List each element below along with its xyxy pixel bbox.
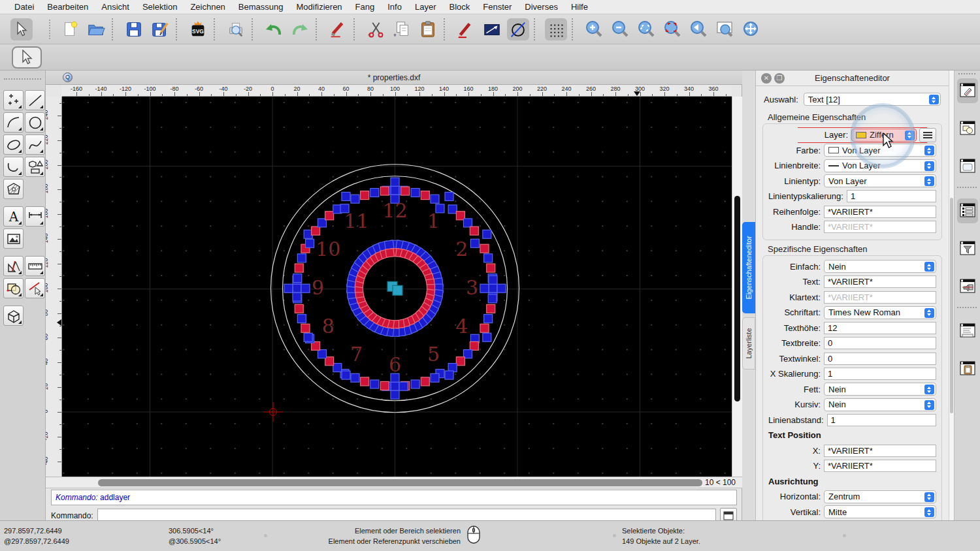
undo-button[interactable] <box>263 18 285 40</box>
field-select-fett[interactable]: Nein <box>824 383 936 396</box>
field-select-farbe[interactable]: Von Layer <box>824 144 936 157</box>
ellipse-tool[interactable] <box>3 134 24 155</box>
zoom-window-button[interactable] <box>713 18 736 40</box>
clipboard-panel-toggle-button[interactable] <box>957 356 978 381</box>
toolbar-drag-handle[interactable] <box>49 20 54 39</box>
draw-pencil-button[interactable] <box>455 18 477 40</box>
cad-tools-tool[interactable] <box>3 256 24 276</box>
property-editor-toggle-button[interactable] <box>957 78 978 103</box>
pan-view-button[interactable] <box>740 18 762 40</box>
drawing-canvas[interactable]: 123456789101112 <box>62 97 732 477</box>
close-icon[interactable]: ✕ <box>761 73 772 84</box>
command-history-toggle-button[interactable] <box>957 319 978 343</box>
menu-diverses[interactable]: Diverses <box>518 0 564 14</box>
menu-hilfe[interactable]: Hilfe <box>564 0 595 14</box>
menu-layer[interactable]: Layer <box>408 0 443 14</box>
new-file-button[interactable] <box>59 18 81 40</box>
zoom-out-button[interactable] <box>609 18 631 40</box>
shapes-tool[interactable] <box>25 157 45 177</box>
library-browser-toggle-button[interactable] <box>957 154 978 179</box>
print-preview-button[interactable] <box>225 18 247 40</box>
block-list-toggle-button[interactable] <box>957 116 978 141</box>
menu-bemassung[interactable]: Bemassung <box>232 0 290 14</box>
undock-icon[interactable]: ❐ <box>774 73 785 84</box>
measure-ruler-tool[interactable] <box>25 256 45 276</box>
menu-bearbeiten[interactable]: Bearbeiten <box>41 0 95 14</box>
field-select-kursiv[interactable]: Nein <box>824 398 936 411</box>
spline-tool[interactable] <box>25 134 45 155</box>
save-file-button[interactable] <box>123 18 145 40</box>
field-input-linienabstand[interactable]: 1 <box>827 414 936 426</box>
distance-tool-button[interactable] <box>481 18 503 40</box>
field-input-x[interactable]: *VARIIERT* <box>824 445 936 457</box>
redo-button[interactable] <box>289 18 311 40</box>
menu-selektion[interactable]: Selektion <box>136 0 184 14</box>
field-input-text[interactable]: *VARIIERT* <box>824 276 936 288</box>
selection-dropdown[interactable]: Text [12] <box>804 93 941 106</box>
layer-menu-button[interactable] <box>919 128 936 142</box>
horizontal-scrollbar-thumb[interactable] <box>98 479 702 486</box>
polyline-tool[interactable] <box>3 157 24 177</box>
menu-fenster[interactable]: Fenster <box>476 0 518 14</box>
arrow-tool-button[interactable] <box>10 18 33 40</box>
panel-scrollbar-thumb[interactable] <box>950 198 953 413</box>
delete-eraser-button[interactable] <box>327 18 349 40</box>
menu-datei[interactable]: Datei <box>8 0 41 14</box>
reference-manager-toggle-button[interactable] <box>957 274 978 299</box>
dock-tab-layerliste[interactable]: Layerliste <box>742 317 755 370</box>
field-select-einfach[interactable]: Nein <box>824 260 936 273</box>
menu-fang[interactable]: Fang <box>349 0 382 14</box>
field-select-schriftart[interactable]: Times New Roman <box>824 306 936 319</box>
zoom-previous-button[interactable] <box>687 18 710 40</box>
circle-tool[interactable] <box>25 112 45 133</box>
paste-button[interactable] <box>417 18 439 40</box>
line-tool[interactable] <box>25 90 45 110</box>
field-input-texthöhe[interactable]: 12 <box>824 322 936 334</box>
field-select-vertikal[interactable]: Mitte <box>824 505 936 518</box>
vertical-scrollbar-thumb[interactable] <box>734 196 740 401</box>
field-select-horizontal[interactable]: Zentrum <box>824 490 936 503</box>
field-select-linientyp[interactable]: Von Layer <box>824 174 936 187</box>
selection-tool-button[interactable] <box>12 46 42 69</box>
hatch-tool[interactable] <box>3 179 24 199</box>
menu-modifizieren[interactable]: Modifizieren <box>290 0 349 14</box>
panel-scrollbar[interactable] <box>949 71 954 520</box>
solid-box-tool[interactable] <box>3 306 24 326</box>
selection-filter-toggle-button[interactable] <box>957 236 978 261</box>
text-tool[interactable]: A <box>3 206 24 227</box>
zoom-selection-button[interactable] <box>661 18 683 40</box>
circle-diagonal-button[interactable] <box>507 18 529 40</box>
field-input-klartext[interactable]: *VARIIERT* <box>824 291 936 304</box>
grid-toggle-button[interactable] <box>545 18 567 40</box>
vertical-scrollbar[interactable] <box>732 97 742 477</box>
field-select-layer[interactable]: Ziffern <box>851 129 917 142</box>
copy-button[interactable]: + <box>391 18 413 40</box>
field-select-linienbreite[interactable]: Von Layer <box>824 159 936 172</box>
menu-zeichnen[interactable]: Zeichnen <box>184 0 231 14</box>
field-input-reihenfolge[interactable]: *VARIIERT* <box>824 206 936 218</box>
field-input-textbreite[interactable]: 0 <box>824 337 936 349</box>
zoom-in-button[interactable] <box>583 18 605 40</box>
cut-button[interactable]: + <box>365 18 387 40</box>
field-input-xskalierung[interactable]: 1 <box>824 368 936 380</box>
horizontal-scrollbar[interactable]: 10 < 100 <box>46 477 742 488</box>
field-input-linientypskalierung[interactable]: 1 <box>847 190 936 202</box>
modify-tool[interactable] <box>3 278 24 298</box>
layer-list-toggle-button[interactable] <box>957 198 978 223</box>
field-input-y[interactable]: *VARIIERT* <box>824 460 936 472</box>
field-input-handle[interactable]: *VARIIERT* <box>824 221 936 233</box>
save-as-button[interactable] <box>149 18 171 40</box>
points-tool[interactable] <box>3 90 24 110</box>
dock-tab-eigenschafteneditor[interactable]: Eigenschafteneditor <box>742 222 755 313</box>
open-file-button[interactable] <box>85 18 107 40</box>
menu-block[interactable]: Block <box>442 0 476 14</box>
zoom-auto-button[interactable] <box>635 18 657 40</box>
arc-tool[interactable] <box>3 112 24 133</box>
dimension-tool[interactable] <box>25 206 45 227</box>
menu-info[interactable]: Info <box>381 0 408 14</box>
field-input-textwinkel[interactable]: 0 <box>824 353 936 365</box>
palette-drag-handle[interactable] <box>4 73 41 80</box>
svg-export-button[interactable]: SVG <box>187 18 209 40</box>
image-tool[interactable] <box>3 228 24 249</box>
menu-ansicht[interactable]: Ansicht <box>95 0 136 14</box>
